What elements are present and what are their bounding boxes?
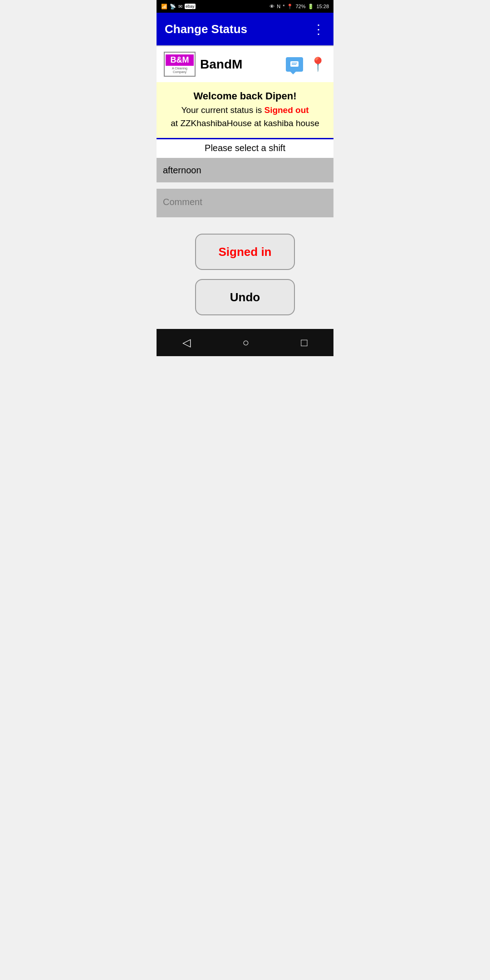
status-bar: 📶 📡 ✉ ebay 👁 N * 📍 72% 🔋 15:28 <box>157 0 333 13</box>
bluetooth-icon: * <box>283 4 284 9</box>
logo-bm-text: B&M <box>166 54 194 66</box>
recents-button[interactable]: □ <box>301 336 308 349</box>
eye-icon: 👁 <box>270 4 274 9</box>
welcome-location-line: at ZZKhashibaHouse at kashiba house <box>161 117 329 130</box>
main-content: Welcome back Dipen! Your current status … <box>157 82 333 329</box>
overflow-menu-button[interactable]: ⋮ <box>312 22 325 37</box>
welcome-status-line: Your current status is Signed out <box>161 104 329 117</box>
location-icon-button[interactable]: 📍 <box>309 56 326 72</box>
battery-icon: 🔋 <box>308 4 314 10</box>
back-button[interactable]: ◁ <box>182 336 191 349</box>
status-prefix: Your current status is <box>181 105 264 115</box>
nfc-icon: N <box>277 4 280 9</box>
welcome-banner: Welcome back Dipen! Your current status … <box>157 82 333 139</box>
battery-percent: 72% <box>295 4 305 9</box>
app-bar: Change Status ⋮ <box>157 13 333 45</box>
chat-icon-button[interactable] <box>286 57 303 72</box>
brand-name: BandM <box>200 57 242 72</box>
signal-icon: 📶 <box>161 4 167 10</box>
location-status-icon: 📍 <box>287 4 293 10</box>
logo-subtitle: A Cleaning Company <box>166 67 194 74</box>
status-bar-right: 👁 N * 📍 72% 🔋 15:28 <box>270 4 329 10</box>
time-display: 15:28 <box>316 4 329 9</box>
undo-button[interactable]: Undo <box>195 279 295 315</box>
comment-container[interactable] <box>157 189 333 217</box>
logo-section: B&M A Cleaning Company BandM <box>164 52 242 77</box>
ebay-icon: ebay <box>185 4 196 9</box>
chat-icon <box>290 61 299 68</box>
shift-dropdown[interactable]: afternoon morning evening night <box>163 165 327 175</box>
status-bar-left: 📶 📡 ✉ ebay <box>161 4 196 10</box>
header-icons: 📍 <box>286 56 326 72</box>
mail-icon: ✉ <box>178 4 182 10</box>
welcome-title: Welcome back Dipen! <box>161 90 329 102</box>
svg-rect-0 <box>290 61 299 67</box>
app-bar-title: Change Status <box>165 22 247 36</box>
company-logo: B&M A Cleaning Company <box>164 52 196 77</box>
wifi-icon: 📡 <box>170 4 176 10</box>
comment-input[interactable] <box>163 197 327 207</box>
home-button[interactable]: ○ <box>242 336 249 349</box>
buttons-section: Signed in Undo <box>157 217 333 329</box>
shift-select-label: Please select a shift <box>157 139 333 158</box>
header-row: B&M A Cleaning Company BandM 📍 <box>157 46 333 82</box>
bottom-nav: ◁ ○ □ <box>157 329 333 356</box>
current-status-text: Signed out <box>264 105 309 115</box>
shift-dropdown-container[interactable]: afternoon morning evening night <box>157 158 333 182</box>
signed-in-button[interactable]: Signed in <box>195 234 295 270</box>
